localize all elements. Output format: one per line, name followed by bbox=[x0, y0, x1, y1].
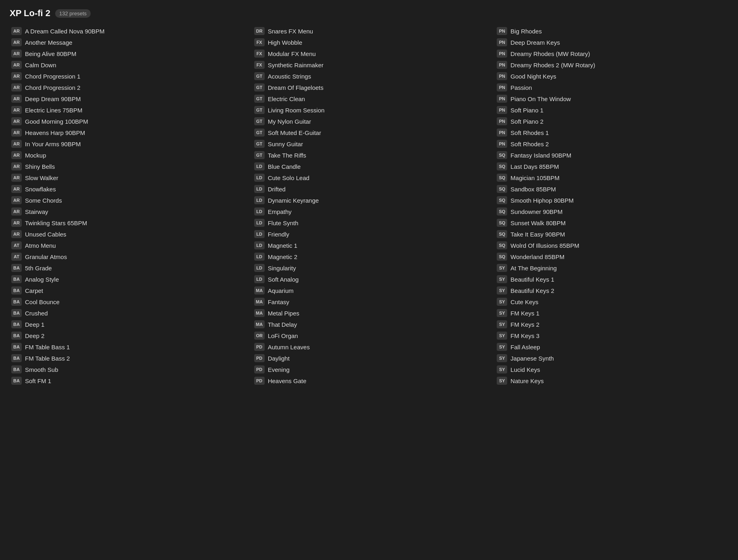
preset-item[interactable]: SQSundowner 90BPM bbox=[495, 206, 728, 217]
preset-item[interactable]: PNDeep Dream Keys bbox=[495, 37, 728, 48]
preset-item[interactable]: BACarpet bbox=[10, 285, 243, 296]
preset-item[interactable]: GTMy Nylon Guitar bbox=[253, 116, 486, 127]
preset-item[interactable]: PDAutumn Leaves bbox=[253, 342, 486, 352]
preset-item[interactable]: ORLoFi Organ bbox=[253, 330, 486, 341]
preset-item[interactable]: ARSlow Walker bbox=[10, 172, 243, 183]
preset-name: Soft Piano 2 bbox=[510, 118, 543, 125]
preset-item[interactable]: FXHigh Wobble bbox=[253, 37, 486, 48]
preset-item[interactable]: BADeep 1 bbox=[10, 319, 243, 330]
preset-item[interactable]: SYBeautiful Keys 2 bbox=[495, 285, 728, 296]
preset-item[interactable]: ATGranular Atmos bbox=[10, 251, 243, 262]
preset-item[interactable]: ATAtmo Menu bbox=[10, 240, 243, 251]
preset-item[interactable]: LDFriendly bbox=[253, 229, 486, 239]
preset-item[interactable]: BAAnalog Style bbox=[10, 274, 243, 284]
preset-item[interactable]: GTDream Of Flageloets bbox=[253, 82, 486, 93]
preset-item[interactable]: LDSoft Analog bbox=[253, 274, 486, 284]
preset-item[interactable]: FXSynthetic Rainmaker bbox=[253, 60, 486, 70]
preset-item[interactable]: ARIn Your Arms 90BPM bbox=[10, 139, 243, 149]
preset-item[interactable]: DRSnares FX Menu bbox=[253, 26, 486, 36]
preset-item[interactable]: LDMagnetic 1 bbox=[253, 240, 486, 251]
preset-item[interactable]: PDDaylight bbox=[253, 353, 486, 363]
preset-item[interactable]: ARA Dream Called Nova 90BPM bbox=[10, 26, 243, 36]
preset-item[interactable]: MAFantasy bbox=[253, 297, 486, 307]
preset-item[interactable]: BASmooth Sub bbox=[10, 364, 243, 375]
preset-item[interactable]: ARBeing Alive 80BPM bbox=[10, 48, 243, 59]
preset-item[interactable]: BACool Bounce bbox=[10, 297, 243, 307]
preset-item[interactable]: PNDreamy Rhodes (MW Rotary) bbox=[495, 48, 728, 59]
preset-tag: AR bbox=[11, 162, 22, 170]
preset-item[interactable]: ARSome Chords bbox=[10, 195, 243, 205]
preset-item[interactable]: ARMockup bbox=[10, 150, 243, 160]
preset-item[interactable]: SQSandbox 85BPM bbox=[495, 184, 728, 194]
preset-item[interactable]: PNPassion bbox=[495, 82, 728, 93]
preset-item[interactable]: ARUnused Cables bbox=[10, 229, 243, 239]
preset-item[interactable]: LDBlue Candle bbox=[253, 161, 486, 172]
preset-item[interactable]: PDEvening bbox=[253, 364, 486, 375]
preset-item[interactable]: LDDrifted bbox=[253, 184, 486, 194]
preset-item[interactable]: GTLiving Room Session bbox=[253, 105, 486, 115]
preset-item[interactable]: PDHeavens Gate bbox=[253, 375, 486, 386]
preset-item[interactable]: PNDreamy Rhodes 2 (MW Rotary) bbox=[495, 60, 728, 70]
preset-item[interactable]: SQWolrd Of Illusions 85BPM bbox=[495, 240, 728, 251]
preset-item[interactable]: GTElectric Clean bbox=[253, 93, 486, 104]
preset-item[interactable]: PNSoft Rhodes 2 bbox=[495, 139, 728, 149]
preset-item[interactable]: ARHeavens Harp 90BPM bbox=[10, 127, 243, 138]
preset-item[interactable]: ARShiny Bells bbox=[10, 161, 243, 172]
preset-item[interactable]: ARCalm Down bbox=[10, 60, 243, 70]
preset-name: Take It Easy 90BPM bbox=[510, 231, 565, 238]
preset-item[interactable]: SYFM Keys 2 bbox=[495, 319, 728, 330]
preset-item[interactable]: SYCute Keys bbox=[495, 297, 728, 307]
preset-item[interactable]: LDDynamic Keyrange bbox=[253, 195, 486, 205]
preset-item[interactable]: SYJapanese Synth bbox=[495, 353, 728, 363]
preset-item[interactable]: SQWonderland 85BPM bbox=[495, 251, 728, 262]
preset-item[interactable]: GTSoft Muted E-Guitar bbox=[253, 127, 486, 138]
preset-item[interactable]: SYFM Keys 3 bbox=[495, 330, 728, 341]
preset-item[interactable]: BA5th Grade bbox=[10, 263, 243, 273]
preset-item[interactable]: SQLast Days 85BPM bbox=[495, 161, 728, 172]
preset-name: Take The Riffs bbox=[268, 152, 306, 159]
preset-item[interactable]: SYBeautiful Keys 1 bbox=[495, 274, 728, 284]
preset-item[interactable]: ARElectric Lines 75BPM bbox=[10, 105, 243, 115]
preset-item[interactable]: ARSnowflakes bbox=[10, 184, 243, 194]
preset-item[interactable]: PNGood Night Keys bbox=[495, 71, 728, 81]
preset-item[interactable]: ARDeep Dream 90BPM bbox=[10, 93, 243, 104]
preset-item[interactable]: ARTwinkling Stars 65BPM bbox=[10, 218, 243, 228]
preset-item[interactable]: SYAt The Beginning bbox=[495, 263, 728, 273]
preset-item[interactable]: LDEmpathy bbox=[253, 206, 486, 217]
preset-item[interactable]: BADeep 2 bbox=[10, 330, 243, 341]
preset-item[interactable]: SYFM Keys 1 bbox=[495, 308, 728, 318]
preset-item[interactable]: SQSunset Walk 80BPM bbox=[495, 218, 728, 228]
preset-item[interactable]: LDCute Solo Lead bbox=[253, 172, 486, 183]
preset-item[interactable]: LDMagnetic 2 bbox=[253, 251, 486, 262]
preset-item[interactable]: LDFlute Synth bbox=[253, 218, 486, 228]
preset-item[interactable]: LDSingularity bbox=[253, 263, 486, 273]
preset-item[interactable]: FXModular FX Menu bbox=[253, 48, 486, 59]
preset-item[interactable]: ARStairway bbox=[10, 206, 243, 217]
preset-item[interactable]: PNSoft Piano 1 bbox=[495, 105, 728, 115]
preset-item[interactable]: SYFall Asleep bbox=[495, 342, 728, 352]
preset-item[interactable]: BAFM Table Bass 1 bbox=[10, 342, 243, 352]
preset-item[interactable]: PNSoft Rhodes 1 bbox=[495, 127, 728, 138]
preset-item[interactable]: ARChord Progression 1 bbox=[10, 71, 243, 81]
preset-item[interactable]: PNSoft Piano 2 bbox=[495, 116, 728, 127]
preset-item[interactable]: SYLucid Keys bbox=[495, 364, 728, 375]
preset-item[interactable]: BAFM Table Bass 2 bbox=[10, 353, 243, 363]
preset-item[interactable]: SQTake It Easy 90BPM bbox=[495, 229, 728, 239]
preset-item[interactable]: SQFantasy Island 90BPM bbox=[495, 150, 728, 160]
preset-item[interactable]: ARChord Progression 2 bbox=[10, 82, 243, 93]
preset-item[interactable]: PNPiano On The Window bbox=[495, 93, 728, 104]
preset-item[interactable]: GTAcoustic Strings bbox=[253, 71, 486, 81]
preset-item[interactable]: GTTake The Riffs bbox=[253, 150, 486, 160]
preset-item[interactable]: MAAquarium bbox=[253, 285, 486, 296]
preset-item[interactable]: ARAnother Message bbox=[10, 37, 243, 48]
preset-item[interactable]: ARGood Morning 100BPM bbox=[10, 116, 243, 127]
preset-item[interactable]: PNBig Rhodes bbox=[495, 26, 728, 36]
preset-item[interactable]: SQSmooth Hiphop 80BPM bbox=[495, 195, 728, 205]
preset-item[interactable]: GTSunny Guitar bbox=[253, 139, 486, 149]
preset-item[interactable]: BASoft FM 1 bbox=[10, 375, 243, 386]
preset-item[interactable]: MAThat Delay bbox=[253, 319, 486, 330]
preset-item[interactable]: MAMetal Pipes bbox=[253, 308, 486, 318]
preset-item[interactable]: BACrushed bbox=[10, 308, 243, 318]
preset-item[interactable]: SQMagician 105BPM bbox=[495, 172, 728, 183]
preset-item[interactable]: SYNature Keys bbox=[495, 375, 728, 386]
